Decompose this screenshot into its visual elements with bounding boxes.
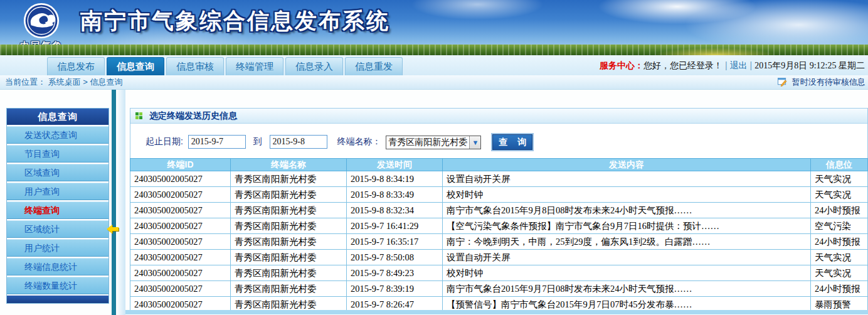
cell-terminal-name: 青秀区南阳新光村委 bbox=[231, 250, 347, 265]
terminal-select[interactable]: 青秀区南阳新光村委 ▼ bbox=[386, 136, 481, 149]
sidebar-item[interactable]: 用户查询 bbox=[7, 183, 109, 200]
logout-link[interactable]: 退出 bbox=[730, 60, 748, 70]
cell-terminal-id: 240305002005027 bbox=[130, 187, 231, 203]
cell-send-content: 南宁市气象台2015年9月7日08时发布未来24小时天气预报…… bbox=[443, 281, 811, 297]
nav-tab-label: 信息录入 bbox=[295, 61, 333, 72]
date-range-label: 起止日期: bbox=[146, 136, 183, 146]
cma-spiral-logo-icon bbox=[23, 3, 60, 39]
cell-terminal-name: 青秀区南阳新光村委 bbox=[231, 234, 347, 250]
cell-info-category: 天气实况 bbox=[811, 250, 868, 265]
service-center-label: 服务中心： bbox=[600, 60, 643, 70]
nav-tab-label: 信息查询 bbox=[117, 61, 154, 72]
nav-tab[interactable]: 信息录入 bbox=[285, 57, 343, 75]
cell-terminal-id: 240305002005027 bbox=[130, 203, 231, 218]
cell-terminal-id: 240305002005027 bbox=[130, 265, 231, 281]
table-row[interactable]: 240305002005027 青秀区南阳新光村委 2015-9-7 8:50:… bbox=[130, 250, 868, 265]
header-banner: 中国气象 南宁市气象综合信息发布系统 bbox=[0, 0, 868, 55]
cell-terminal-name: 青秀区南阳新光村委 bbox=[231, 265, 347, 281]
collapse-sidebar-arrow-icon[interactable] bbox=[107, 225, 120, 233]
search-button[interactable]: 查 询 bbox=[492, 134, 532, 150]
sidebar-item[interactable]: 发送状态查询 bbox=[7, 126, 109, 144]
nav-tab[interactable]: 信息发布 bbox=[47, 57, 105, 75]
cell-send-time: 2015-9-8 8:34:19 bbox=[347, 171, 443, 187]
query-panel: 选定终端发送历史信息 起止日期: 到 终端名称： 青秀区南阳新光村委 ▼ 查 询 bbox=[130, 108, 868, 159]
sidebar-item-label: 区域统计 bbox=[24, 224, 60, 234]
table-header-row: 终端ID终端名称发送时间发送内容信息位 bbox=[130, 159, 868, 171]
table-row[interactable]: 240305002005027 青秀区南阳新光村委 2015-9-8 8:34:… bbox=[130, 171, 868, 187]
nav-tab-label: 信息重发 bbox=[355, 61, 393, 72]
breadcrumb-path[interactable]: 系统桌面 > 信息查询 bbox=[48, 77, 123, 87]
nav-tab[interactable]: 终端管理 bbox=[226, 57, 283, 75]
cell-info-category: 天气实况 bbox=[811, 187, 868, 203]
cell-send-time: 2015-9-7 16:41:29 bbox=[347, 218, 443, 234]
table-column-header: 终端名称 bbox=[231, 159, 347, 171]
datetime-display: 2015年9月8日 9:12:25 星期二 bbox=[754, 61, 865, 70]
cell-send-time: 2015-9-7 16:35:17 bbox=[347, 234, 443, 250]
cell-terminal-id: 240305002005027 bbox=[130, 281, 231, 297]
sidebar-item[interactable]: 节目查询 bbox=[7, 145, 109, 163]
sidebar-item-label: 终端数量统计 bbox=[24, 280, 77, 291]
cell-send-time: 2015-9-8 8:33:49 bbox=[347, 187, 443, 203]
date-to-input[interactable] bbox=[270, 135, 327, 149]
table-row[interactable]: 240305002005027 青秀区南阳新光村委 2015-9-7 16:41… bbox=[130, 218, 868, 234]
to-label: 到 bbox=[253, 136, 262, 146]
sidebar-item-label: 节目查询 bbox=[24, 149, 60, 159]
cell-send-content: 南宁：今晚到明天，中雨，25到29度，偏东风1到2级。白露蹭…… bbox=[443, 234, 811, 250]
cell-info-category: 24小时预报 bbox=[811, 203, 868, 218]
terminal-select-value: 青秀区南阳新光村委 bbox=[386, 137, 469, 148]
cell-terminal-name: 青秀区南阳新光村委 bbox=[231, 218, 347, 234]
table-row[interactable]: 240305002005027 青秀区南阳新光村委 2015-9-7 8:39:… bbox=[130, 281, 868, 297]
note-pencil-icon bbox=[778, 78, 787, 87]
chevron-down-icon[interactable]: ▼ bbox=[469, 136, 480, 149]
sidebar-item-label: 发送状态查询 bbox=[24, 130, 77, 140]
panel-header: 选定终端发送历史信息 bbox=[130, 109, 867, 124]
cell-info-category: 24小时预报 bbox=[811, 234, 868, 250]
cell-terminal-id: 240305002005027 bbox=[130, 250, 231, 265]
cell-send-content: 设置自动开关屏 bbox=[443, 250, 811, 265]
table-row[interactable]: 240305002005027 青秀区南阳新光村委 2015-9-8 8:33:… bbox=[130, 187, 868, 203]
cell-terminal-name: 青秀区南阳新光村委 bbox=[231, 203, 347, 218]
cell-terminal-id: 240305002005027 bbox=[130, 234, 231, 250]
cell-send-time: 2015-9-7 8:39:19 bbox=[347, 281, 443, 297]
sidebar-footer bbox=[7, 296, 109, 303]
cell-info-category: 天气实况 bbox=[811, 265, 868, 281]
sidebar-item[interactable]: 终端数量统计 bbox=[7, 277, 109, 294]
sidebar-item-label: 终端信息统计 bbox=[24, 262, 77, 272]
breadcrumb-label: 当前位置： bbox=[5, 77, 46, 87]
table-column-header: 发送内容 bbox=[443, 159, 811, 171]
cell-send-content: 校对时钟 bbox=[443, 187, 811, 203]
nav-tab[interactable]: 信息查询 bbox=[107, 57, 164, 75]
cell-terminal-name: 青秀区南阳新光村委 bbox=[231, 171, 347, 187]
sidebar-menu: 信息查询 发送状态查询 节目查询 区域查询 用户查询 bbox=[6, 108, 109, 304]
sidebar-item[interactable]: 区域统计 bbox=[7, 220, 109, 238]
sidebar-item[interactable]: 区域查询 bbox=[7, 164, 109, 181]
grass-decoration bbox=[0, 45, 868, 55]
table-row[interactable]: 240305002005027 青秀区南阳新光村委 2015-9-8 8:32:… bbox=[130, 203, 868, 218]
cell-info-category: 天气实况 bbox=[811, 171, 868, 187]
terminal-name-label: 终端名称： bbox=[337, 136, 381, 146]
query-form: 起止日期: 到 终端名称： 青秀区南阳新光村委 ▼ 查 询 bbox=[130, 124, 867, 158]
sidebar-item-label: 用户查询 bbox=[24, 186, 60, 196]
cell-info-category: 空气污染 bbox=[811, 218, 868, 234]
divider-fade bbox=[116, 90, 125, 315]
cell-send-time: 2015-9-7 8:49:23 bbox=[347, 265, 443, 281]
nav-tab[interactable]: 信息重发 bbox=[345, 57, 403, 75]
cell-info-category: 24小时预报 bbox=[811, 281, 868, 297]
sidebar-item[interactable]: 终端信息统计 bbox=[7, 258, 109, 275]
cell-send-time: 2015-9-7 8:50:08 bbox=[347, 250, 443, 265]
nav-tab-label: 信息发布 bbox=[57, 61, 95, 72]
nav-tab-label: 终端管理 bbox=[236, 61, 273, 72]
date-from-input[interactable] bbox=[188, 135, 246, 149]
history-table: 终端ID终端名称发送时间发送内容信息位 240305002005027 青秀区南… bbox=[130, 158, 868, 312]
sidebar-item[interactable]: 终端查询 bbox=[7, 201, 109, 219]
sidebar-item-label: 终端查询 bbox=[24, 205, 60, 215]
cell-terminal-name: 青秀区南阳新光村委 bbox=[231, 281, 347, 297]
table-row[interactable]: 240305002005027 青秀区南阳新光村委 2015-9-7 8:49:… bbox=[130, 265, 868, 281]
cell-terminal-id: 240305002005027 bbox=[130, 171, 231, 187]
cell-terminal-id: 240305002005027 bbox=[130, 218, 231, 234]
breadcrumb-bar: 当前位置： 系统桌面 > 信息查询 暂时没有待审核信息 bbox=[0, 75, 868, 90]
vertical-divider bbox=[112, 90, 116, 315]
sidebar-item[interactable]: 用户统计 bbox=[7, 239, 109, 257]
nav-tab[interactable]: 信息审核 bbox=[166, 57, 224, 75]
table-row[interactable]: 240305002005027 青秀区南阳新光村委 2015-9-7 16:35… bbox=[130, 234, 868, 250]
